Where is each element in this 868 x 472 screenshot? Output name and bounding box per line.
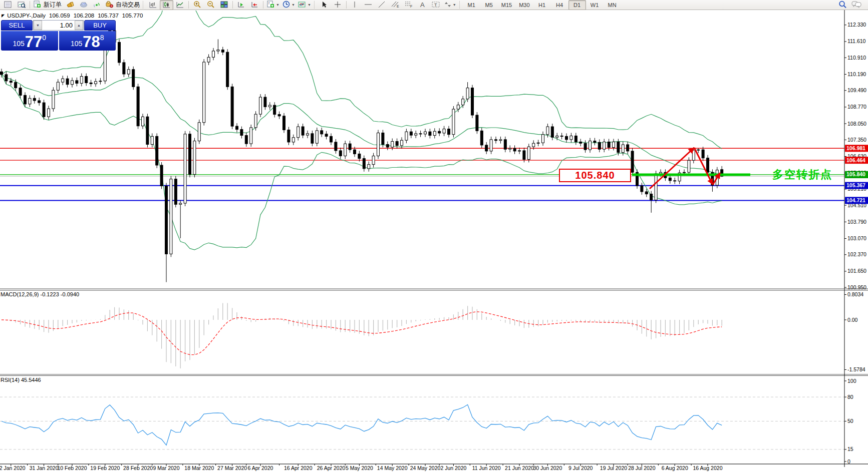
timeframe-button-M1[interactable]: M1 bbox=[463, 0, 480, 10]
buy-button[interactable]: BUY bbox=[84, 20, 116, 31]
timeframe-button-W1[interactable]: W1 bbox=[586, 0, 604, 10]
svg-text:0.8034: 0.8034 bbox=[847, 291, 863, 297]
trendline-icon bbox=[378, 1, 385, 9]
indicators-caret-icon: ▼ bbox=[308, 3, 311, 7]
horizontal-line-button[interactable] bbox=[362, 0, 375, 10]
svg-text:27 Mar 2020: 27 Mar 2020 bbox=[217, 465, 247, 471]
search-icon bbox=[838, 1, 847, 10]
templates-caret-icon: ▼ bbox=[276, 3, 279, 7]
svg-text:108.770: 108.770 bbox=[847, 104, 866, 110]
day-low: 105.737 bbox=[98, 13, 119, 19]
price-annotation-box[interactable]: 105.840 bbox=[559, 169, 631, 182]
autotrade-button[interactable]: 自动交易 bbox=[104, 0, 141, 10]
svg-text:103.790: 103.790 bbox=[847, 219, 866, 225]
terminal-button[interactable] bbox=[77, 0, 90, 10]
indicators-button[interactable]: ▼ bbox=[297, 0, 313, 10]
rsi-indicator-label: RSI(14) 45.5446 bbox=[1, 377, 41, 383]
sell-button[interactable]: SELL bbox=[1, 20, 33, 31]
line-chart-button[interactable] bbox=[173, 0, 187, 10]
bar-chart-button[interactable] bbox=[146, 0, 160, 10]
fibonacci-button[interactable]: F bbox=[402, 0, 416, 10]
text-label-button[interactable]: T bbox=[429, 0, 443, 10]
candlestick-chart-button[interactable] bbox=[160, 0, 173, 10]
chart-shift-button[interactable] bbox=[248, 0, 261, 10]
zoom-out-button[interactable] bbox=[204, 0, 217, 10]
crosshair-icon bbox=[334, 1, 341, 9]
equidistant-channel-button[interactable]: E bbox=[389, 0, 402, 10]
zoom-in-button[interactable] bbox=[190, 0, 204, 10]
chart-canvas[interactable]: 112.330111.610110.910110.190109.490108.7… bbox=[0, 0, 868, 472]
red-zigzag-arrows[interactable] bbox=[650, 148, 720, 189]
buy-price-button[interactable]: 105 78 8 bbox=[59, 31, 116, 51]
charts-window-button[interactable] bbox=[1, 0, 15, 10]
svg-text:110.190: 110.190 bbox=[847, 71, 866, 77]
news-button[interactable] bbox=[63, 0, 77, 10]
svg-text:109.490: 109.490 bbox=[847, 87, 866, 93]
indicators-icon bbox=[298, 1, 306, 9]
timeframe-button-D1[interactable]: D1 bbox=[568, 0, 586, 10]
svg-text:0: 0 bbox=[847, 458, 850, 464]
text-button[interactable]: A bbox=[416, 0, 429, 10]
search-button[interactable] bbox=[836, 0, 849, 10]
text-icon: A bbox=[420, 1, 425, 9]
autotrade-icon bbox=[105, 1, 113, 9]
auto-scroll-button[interactable] bbox=[234, 0, 248, 10]
arrows-caret-icon: ▼ bbox=[453, 3, 456, 7]
svg-text:112.330: 112.330 bbox=[847, 22, 866, 28]
turning-point-annotation[interactable]: 多空转折点 bbox=[772, 167, 832, 182]
trendline-button[interactable] bbox=[375, 0, 389, 10]
svg-text:80: 80 bbox=[847, 394, 853, 400]
svg-text:9 Jul 2020: 9 Jul 2020 bbox=[568, 465, 593, 471]
sell-price-button[interactable]: 105 77 0 bbox=[1, 31, 58, 51]
news-icon bbox=[66, 1, 74, 9]
cursor-button[interactable] bbox=[318, 0, 331, 10]
zoom-in-icon bbox=[193, 1, 201, 9]
svg-text:16 Apr 2020: 16 Apr 2020 bbox=[284, 465, 313, 471]
main-toolbar: 新订单 自动交易 f ▼ ▼ bbox=[0, 0, 868, 10]
new-order-button[interactable]: 新订单 bbox=[32, 0, 63, 10]
symbol-info-line: ◤ USDJPY-,Daily 106.059 106.208 105.737 … bbox=[2, 13, 143, 19]
svg-text:f: f bbox=[268, 2, 269, 5]
one-click-collapse-icon[interactable]: ◤ bbox=[2, 14, 5, 18]
svg-text:2 Jun 2020: 2 Jun 2020 bbox=[440, 465, 466, 471]
timeframe-button-M5[interactable]: M5 bbox=[480, 0, 498, 10]
zoom-out-icon bbox=[207, 1, 215, 9]
signals-button[interactable] bbox=[90, 0, 104, 10]
horizontal-line-icon bbox=[364, 1, 372, 9]
lot-decrease-button[interactable]: ▼ bbox=[34, 21, 42, 30]
lot-size-input[interactable] bbox=[42, 21, 75, 30]
svg-text:10 Feb 2020: 10 Feb 2020 bbox=[58, 465, 87, 471]
arrows-icon bbox=[444, 1, 451, 9]
lot-increase-button[interactable]: ▲ bbox=[75, 21, 83, 30]
svg-text:28 Feb 2020: 28 Feb 2020 bbox=[123, 465, 153, 471]
periods-button[interactable]: ▼ bbox=[281, 0, 297, 10]
periods-icon bbox=[282, 1, 290, 9]
timeframe-button-M15[interactable]: M15 bbox=[498, 0, 515, 10]
timeframe-button-M30[interactable]: M30 bbox=[515, 0, 533, 10]
candlestick-chart-icon bbox=[163, 1, 170, 9]
tile-windows-button[interactable] bbox=[217, 0, 231, 10]
timeframe-button-H1[interactable]: H1 bbox=[533, 0, 551, 10]
svg-text:19 Jul 2020: 19 Jul 2020 bbox=[600, 465, 627, 471]
templates-button[interactable]: f ▼ bbox=[265, 0, 281, 10]
svg-text:30 Jun 2020: 30 Jun 2020 bbox=[533, 465, 562, 471]
svg-text:102.370: 102.370 bbox=[847, 251, 866, 257]
svg-text:14 May 2020: 14 May 2020 bbox=[377, 465, 408, 471]
svg-text:111.610: 111.610 bbox=[847, 38, 866, 44]
svg-text:105.840: 105.840 bbox=[846, 171, 865, 177]
buy-price-prefix: 105 bbox=[71, 40, 82, 48]
fibonacci-icon: F bbox=[405, 1, 413, 9]
profiles-button[interactable] bbox=[15, 0, 28, 10]
svg-text:105.367: 105.367 bbox=[846, 182, 865, 188]
crosshair-button[interactable] bbox=[331, 0, 345, 10]
day-close: 105.770 bbox=[122, 13, 143, 19]
pane-separators[interactable] bbox=[0, 289, 868, 464]
timeframe-button-MN[interactable]: MN bbox=[604, 0, 621, 10]
vertical-line-button[interactable] bbox=[348, 0, 362, 10]
svg-text:5 May 2020: 5 May 2020 bbox=[346, 465, 373, 471]
community-icon bbox=[851, 1, 861, 9]
timeframe-button-H4[interactable]: H4 bbox=[551, 0, 568, 10]
arrows-button[interactable]: ▼ bbox=[443, 0, 458, 10]
community-button[interactable] bbox=[849, 0, 863, 10]
svg-text:31 Jan 2020: 31 Jan 2020 bbox=[30, 465, 59, 471]
